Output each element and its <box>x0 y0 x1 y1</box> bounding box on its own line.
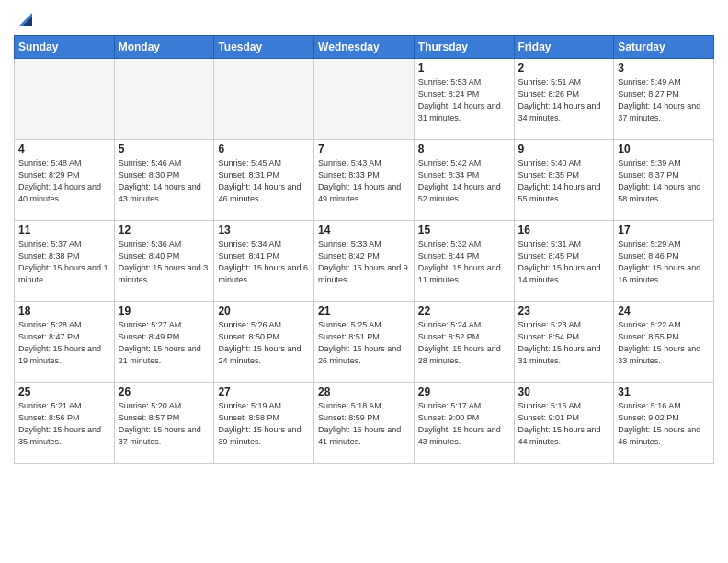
sun-info: Sunrise: 5:27 AMSunset: 8:49 PMDaylight:… <box>119 319 210 367</box>
calendar-day-7: 7Sunrise: 5:43 AMSunset: 8:33 PMDaylight… <box>314 140 415 221</box>
calendar-day-17: 17Sunrise: 5:29 AMSunset: 8:46 PMDayligh… <box>614 221 714 302</box>
calendar-week-3: 11Sunrise: 5:37 AMSunset: 8:38 PMDayligh… <box>15 221 714 302</box>
sun-info: Sunrise: 5:20 AMSunset: 8:57 PMDaylight:… <box>119 400 210 448</box>
calendar-day-15: 15Sunrise: 5:32 AMSunset: 8:44 PMDayligh… <box>414 221 514 302</box>
sun-info: Sunrise: 5:39 AMSunset: 8:37 PMDaylight:… <box>618 157 710 205</box>
sun-info: Sunrise: 5:26 AMSunset: 8:50 PMDaylight:… <box>218 319 310 367</box>
calendar-day-2: 2Sunrise: 5:51 AMSunset: 8:26 PMDaylight… <box>514 59 614 140</box>
calendar-day-19: 19Sunrise: 5:27 AMSunset: 8:49 PMDayligh… <box>114 302 214 383</box>
calendar-day-21: 21Sunrise: 5:25 AMSunset: 8:51 PMDayligh… <box>314 302 415 383</box>
calendar-day-27: 27Sunrise: 5:19 AMSunset: 8:58 PMDayligh… <box>214 383 314 464</box>
calendar-day-10: 10Sunrise: 5:39 AMSunset: 8:37 PMDayligh… <box>614 140 714 221</box>
sun-info: Sunrise: 5:48 AMSunset: 8:29 PMDaylight:… <box>18 157 110 205</box>
col-header-thursday: Thursday <box>414 36 514 59</box>
logo <box>14 9 36 28</box>
calendar-day-26: 26Sunrise: 5:20 AMSunset: 8:57 PMDayligh… <box>114 383 214 464</box>
calendar-day-11: 11Sunrise: 5:37 AMSunset: 8:38 PMDayligh… <box>15 221 115 302</box>
calendar-table: SundayMondayTuesdayWednesdayThursdayFrid… <box>14 35 714 464</box>
col-header-monday: Monday <box>114 36 214 59</box>
calendar-day-30: 30Sunrise: 5:16 AMSunset: 9:01 PMDayligh… <box>514 383 614 464</box>
calendar-day-31: 31Sunrise: 5:16 AMSunset: 9:02 PMDayligh… <box>614 383 714 464</box>
calendar-day-18: 18Sunrise: 5:28 AMSunset: 8:47 PMDayligh… <box>15 302 115 383</box>
calendar-day-13: 13Sunrise: 5:34 AMSunset: 8:41 PMDayligh… <box>214 221 314 302</box>
calendar-day-25: 25Sunrise: 5:21 AMSunset: 8:56 PMDayligh… <box>15 383 115 464</box>
calendar-day-28: 28Sunrise: 5:18 AMSunset: 8:59 PMDayligh… <box>314 383 415 464</box>
sun-info: Sunrise: 5:28 AMSunset: 8:47 PMDaylight:… <box>18 319 110 367</box>
sun-info: Sunrise: 5:19 AMSunset: 8:58 PMDaylight:… <box>218 400 310 448</box>
col-header-wednesday: Wednesday <box>314 36 415 59</box>
calendar-day-14: 14Sunrise: 5:33 AMSunset: 8:42 PMDayligh… <box>314 221 415 302</box>
day-number: 5 <box>119 143 210 155</box>
calendar-day-empty-0-1 <box>114 59 214 140</box>
day-number: 22 <box>418 304 510 317</box>
day-number: 27 <box>218 385 310 398</box>
calendar-day-9: 9Sunrise: 5:40 AMSunset: 8:35 PMDaylight… <box>514 140 614 221</box>
day-number: 9 <box>518 143 610 155</box>
sun-info: Sunrise: 5:53 AMSunset: 8:24 PMDaylight:… <box>418 76 510 124</box>
sun-info: Sunrise: 5:24 AMSunset: 8:52 PMDaylight:… <box>418 319 510 367</box>
calendar-week-4: 18Sunrise: 5:28 AMSunset: 8:47 PMDayligh… <box>15 302 714 383</box>
sun-info: Sunrise: 5:23 AMSunset: 8:54 PMDaylight:… <box>518 319 610 367</box>
day-number: 3 <box>618 62 710 75</box>
day-number: 24 <box>618 304 710 317</box>
calendar-day-12: 12Sunrise: 5:36 AMSunset: 8:40 PMDayligh… <box>114 221 214 302</box>
sun-info: Sunrise: 5:31 AMSunset: 8:45 PMDaylight:… <box>518 238 610 286</box>
day-number: 1 <box>418 62 510 75</box>
calendar-day-empty-0-3 <box>314 59 415 140</box>
day-number: 31 <box>618 385 710 398</box>
day-number: 6 <box>218 143 310 155</box>
day-number: 23 <box>518 304 610 317</box>
calendar-week-2: 4Sunrise: 5:48 AMSunset: 8:29 PMDaylight… <box>15 140 714 221</box>
day-number: 25 <box>18 385 110 398</box>
calendar-day-22: 22Sunrise: 5:24 AMSunset: 8:52 PMDayligh… <box>414 302 514 383</box>
calendar-day-29: 29Sunrise: 5:17 AMSunset: 9:00 PMDayligh… <box>414 383 514 464</box>
calendar-day-6: 6Sunrise: 5:45 AMSunset: 8:31 PMDaylight… <box>214 140 314 221</box>
day-number: 13 <box>218 224 310 236</box>
sun-info: Sunrise: 5:18 AMSunset: 8:59 PMDaylight:… <box>318 400 410 448</box>
day-number: 19 <box>119 304 210 317</box>
day-number: 2 <box>518 62 610 75</box>
col-header-sunday: Sunday <box>15 36 115 59</box>
sun-info: Sunrise: 5:43 AMSunset: 8:33 PMDaylight:… <box>318 157 410 205</box>
sun-info: Sunrise: 5:33 AMSunset: 8:42 PMDaylight:… <box>318 238 410 286</box>
calendar-day-5: 5Sunrise: 5:46 AMSunset: 8:30 PMDaylight… <box>114 140 214 221</box>
col-header-tuesday: Tuesday <box>214 36 314 59</box>
sun-info: Sunrise: 5:22 AMSunset: 8:55 PMDaylight:… <box>618 319 710 367</box>
day-number: 30 <box>518 385 610 398</box>
sun-info: Sunrise: 5:16 AMSunset: 9:02 PMDaylight:… <box>618 400 710 448</box>
day-number: 15 <box>418 224 510 236</box>
sun-info: Sunrise: 5:16 AMSunset: 9:01 PMDaylight:… <box>518 400 610 448</box>
sun-info: Sunrise: 5:49 AMSunset: 8:27 PMDaylight:… <box>618 76 710 124</box>
calendar-day-24: 24Sunrise: 5:22 AMSunset: 8:55 PMDayligh… <box>614 302 714 383</box>
sun-info: Sunrise: 5:37 AMSunset: 8:38 PMDaylight:… <box>18 238 110 286</box>
day-number: 8 <box>418 143 510 155</box>
sun-info: Sunrise: 5:45 AMSunset: 8:31 PMDaylight:… <box>218 157 310 205</box>
calendar-day-empty-0-2 <box>214 59 314 140</box>
calendar-day-8: 8Sunrise: 5:42 AMSunset: 8:34 PMDaylight… <box>414 140 514 221</box>
day-number: 14 <box>318 224 410 236</box>
calendar-day-empty-0-0 <box>15 59 115 140</box>
day-number: 11 <box>18 224 110 236</box>
calendar-day-3: 3Sunrise: 5:49 AMSunset: 8:27 PMDaylight… <box>614 59 714 140</box>
calendar-day-1: 1Sunrise: 5:53 AMSunset: 8:24 PMDaylight… <box>414 59 514 140</box>
sun-info: Sunrise: 5:40 AMSunset: 8:35 PMDaylight:… <box>518 157 610 205</box>
calendar-week-1: 1Sunrise: 5:53 AMSunset: 8:24 PMDaylight… <box>15 59 714 140</box>
calendar-day-20: 20Sunrise: 5:26 AMSunset: 8:50 PMDayligh… <box>214 302 314 383</box>
sun-info: Sunrise: 5:29 AMSunset: 8:46 PMDaylight:… <box>618 238 710 286</box>
col-header-friday: Friday <box>514 36 614 59</box>
calendar-week-5: 25Sunrise: 5:21 AMSunset: 8:56 PMDayligh… <box>15 383 714 464</box>
col-header-saturday: Saturday <box>614 36 714 59</box>
sun-info: Sunrise: 5:25 AMSunset: 8:51 PMDaylight:… <box>318 319 410 367</box>
day-number: 4 <box>18 143 110 155</box>
day-number: 16 <box>518 224 610 236</box>
day-number: 21 <box>318 304 410 317</box>
day-number: 18 <box>18 304 110 317</box>
sun-info: Sunrise: 5:51 AMSunset: 8:26 PMDaylight:… <box>518 76 610 124</box>
day-number: 10 <box>618 143 710 155</box>
sun-info: Sunrise: 5:21 AMSunset: 8:56 PMDaylight:… <box>18 400 110 448</box>
sun-info: Sunrise: 5:36 AMSunset: 8:40 PMDaylight:… <box>119 238 210 286</box>
day-number: 26 <box>119 385 210 398</box>
day-number: 17 <box>618 224 710 236</box>
sun-info: Sunrise: 5:32 AMSunset: 8:44 PMDaylight:… <box>418 238 510 286</box>
page: SundayMondayTuesdayWednesdayThursdayFrid… <box>0 0 728 563</box>
